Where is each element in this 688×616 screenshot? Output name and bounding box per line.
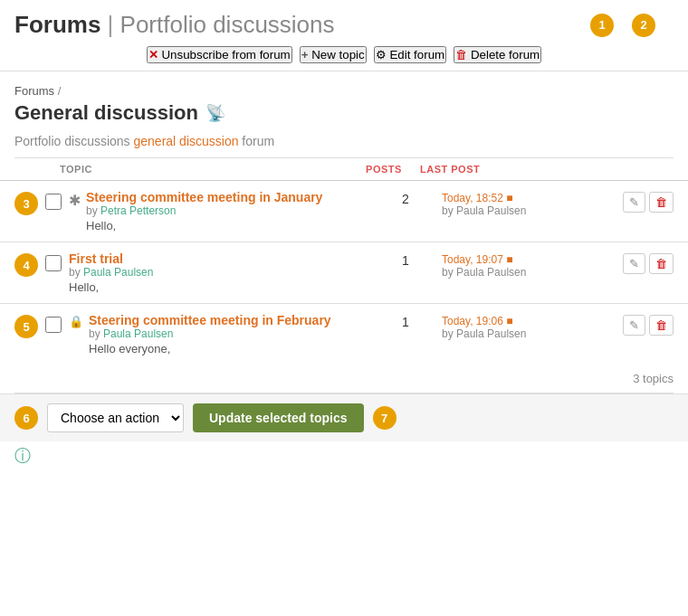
topic-checkbox-1[interactable]: [45, 255, 62, 271]
action-select[interactable]: Choose an actionDeleteMoveLockUnlock: [47, 403, 184, 432]
author-link-0[interactable]: Petra Petterson: [100, 204, 176, 217]
edit-forum-button[interactable]: ⚙ Edit forum: [374, 46, 446, 63]
forum-title-row: General discussion 📡: [0, 98, 688, 125]
topic-author-0: by Petra Petterson: [86, 204, 369, 217]
delete-forum-button[interactable]: 🗑 Delete forum: [454, 46, 541, 63]
author-link-1[interactable]: Paula Paulsen: [83, 266, 153, 279]
col-topic-header: TOPIC: [14, 164, 348, 175]
topic-actions-0: ✎🗑: [623, 190, 674, 213]
update-selected-button[interactable]: Update selected topics: [193, 403, 364, 432]
badge-6: 6: [14, 406, 38, 430]
forums-breadcrumb-link[interactable]: Forums: [14, 84, 54, 98]
topic-title-0[interactable]: Steering committee meeting in January: [86, 190, 322, 204]
topic-author-2: by Paula Paulsen: [89, 327, 369, 340]
new-topic-button[interactable]: + New topic: [300, 46, 367, 63]
topic-excerpt-1: Hello,: [69, 280, 369, 294]
topic-lastpost-1: Today, 19:07 ■by Paula Paulsen: [442, 251, 623, 279]
topic-title-1[interactable]: First trial: [69, 251, 123, 266]
trash-icon: 🗑: [455, 48, 467, 62]
toolbar: ✕ Unsubscribe from forum + New topic ⚙ E…: [14, 46, 674, 63]
edit-topic-button-1[interactable]: ✎: [623, 253, 645, 274]
delete-topic-button-1[interactable]: 🗑: [649, 253, 674, 274]
col-posts-header: POSTS: [348, 164, 420, 175]
table-row: 3✱Steering committee meeting in Januaryb…: [0, 181, 688, 242]
forum-title: General discussion: [14, 101, 198, 125]
page-title: Forums | Portfolio discussions: [14, 11, 335, 39]
sticky-icon: ✱: [69, 192, 81, 209]
edit-topic-button-0[interactable]: ✎: [623, 192, 645, 213]
unsubscribe-button[interactable]: ✕ Unsubscribe from forum: [147, 46, 292, 63]
topic-lastpost-0: Today, 18:52 ■by Paula Paulsen: [442, 190, 623, 217]
topic-title-2[interactable]: Steering committee meeting in February: [89, 313, 331, 327]
topic-actions-1: ✎🗑: [623, 251, 674, 274]
badge-4: 4: [14, 253, 38, 277]
bottom-bar: 6 Choose an actionDeleteMoveLockUnlock U…: [0, 393, 688, 441]
badge-3: 3: [14, 192, 38, 215]
topic-checkbox-0[interactable]: [45, 194, 62, 210]
topics-list: 3✱Steering committee meeting in Januaryb…: [0, 181, 688, 365]
badge-2: 2: [632, 14, 655, 37]
badge-7: 7: [373, 406, 397, 430]
rss-icon[interactable]: 📡: [205, 103, 225, 123]
topic-author-1: by Paula Paulsen: [69, 266, 369, 279]
plus-icon: +: [301, 48, 309, 62]
author-link-2[interactable]: Paula Paulsen: [103, 327, 173, 340]
delete-topic-button-2[interactable]: 🗑: [649, 315, 674, 336]
topic-posts-1: 1: [369, 251, 442, 268]
topic-posts-0: 2: [369, 190, 442, 206]
topic-actions-2: ✎🗑: [623, 313, 674, 336]
topic-excerpt-0: Hello,: [86, 219, 369, 232]
topic-posts-2: 1: [369, 313, 442, 329]
col-lastpost-header: LAST POST: [420, 164, 601, 175]
forum-description: Portfolio discussions general discussion…: [0, 125, 688, 157]
badge-1: 1: [590, 14, 614, 37]
topic-excerpt-2: Hello everyone,: [89, 342, 369, 355]
gear-icon: ⚙: [376, 48, 387, 62]
edit-topic-button-2[interactable]: ✎: [623, 315, 645, 336]
delete-topic-button-0[interactable]: 🗑: [649, 192, 674, 213]
table-row: 4First trialby Paula PaulsenHello,1Today…: [0, 242, 688, 304]
x-icon: ✕: [148, 48, 158, 62]
locked-icon: 🔒: [69, 315, 83, 328]
table-header: TOPIC POSTS LAST POST: [0, 158, 688, 181]
info-icon[interactable]: ⓘ: [14, 447, 31, 465]
topic-checkbox-2[interactable]: [45, 317, 62, 333]
topics-count-row: 3 topics: [0, 365, 688, 393]
topics-count: 3 topics: [633, 372, 674, 385]
breadcrumb: Forums /: [0, 71, 688, 98]
badge-5: 5: [14, 315, 38, 338]
table-row: 5🔒Steering committee meeting in February…: [0, 304, 688, 365]
topic-lastpost-2: Today, 19:06 ■by Paula Paulsen: [442, 313, 623, 340]
